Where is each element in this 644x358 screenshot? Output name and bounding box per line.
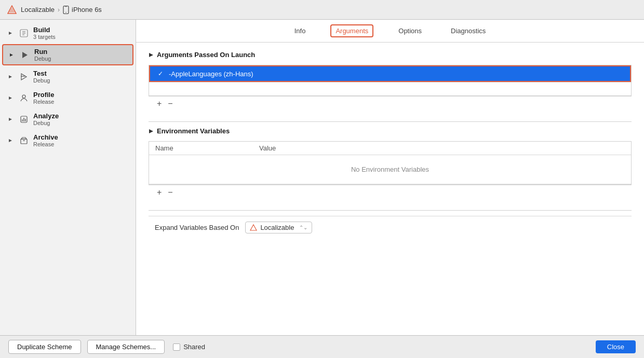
env-disclosure[interactable]: [149, 129, 154, 134]
device-label: iPhone 6s: [72, 6, 102, 13]
arguments-section-title: Arguments Passed On Launch: [157, 51, 255, 59]
sidebar-item-archive-text: Archive Release: [33, 133, 58, 147]
right-panel: Info Arguments Options Diagnostics Argum…: [136, 20, 644, 335]
svg-marker-12: [9, 75, 12, 78]
sidebar-analyze-title: Analyze: [33, 112, 59, 120]
shared-label: Shared: [183, 343, 205, 351]
main-content: Build 3 targets Run Debug: [0, 20, 644, 335]
arguments-remove-button[interactable]: −: [165, 99, 176, 109]
sidebar-run-subtitle: Debug: [34, 56, 51, 62]
breadcrumb-separator: ›: [58, 6, 60, 13]
sidebar-item-test[interactable]: Test Debug: [2, 66, 133, 87]
archive-icon: [19, 135, 29, 146]
panel-content: Arguments Passed On Launch ✓ -AppleLangu…: [136, 43, 644, 335]
bottom-bar: Duplicate Scheme Manage Schemes... Share…: [0, 335, 644, 358]
section-divider-1: [149, 121, 632, 122]
argument-text: -AppleLanguages (zh-Hans): [169, 70, 253, 78]
shared-checkbox-container: Shared: [173, 343, 205, 351]
device-name-container: iPhone 6s: [63, 6, 102, 14]
env-empty-state: No Environment Variables: [149, 155, 631, 184]
svg-marker-10: [10, 53, 13, 57]
breadcrumb: Localizable › iPhone 6s: [21, 6, 102, 14]
arguments-add-remove: + −: [149, 96, 632, 111]
sidebar-item-analyze-text: Analyze Debug: [33, 112, 59, 126]
iphone-icon: [63, 6, 69, 14]
sidebar-item-run-text: Run Debug: [34, 48, 51, 62]
section-divider-2: [149, 210, 632, 211]
env-remove-button[interactable]: −: [165, 187, 176, 198]
env-table-header: Name Value: [149, 142, 631, 155]
manage-schemes-button[interactable]: Manage Schemes...: [87, 340, 165, 354]
env-section: Environment Variables Name Value No Envi…: [149, 127, 632, 200]
sidebar-archive-subtitle: Release: [33, 141, 58, 147]
shared-checkbox[interactable]: [173, 343, 180, 351]
sidebar-item-profile[interactable]: Profile Release: [2, 88, 133, 108]
analyze-icon: [19, 114, 29, 125]
env-section-header: Environment Variables: [149, 127, 632, 135]
expand-variables-label: Expand Variables Based On: [155, 224, 239, 231]
profile-icon: [19, 93, 29, 103]
disclosure-analyze[interactable]: [7, 116, 14, 122]
env-add-remove: + −: [149, 185, 632, 200]
sidebar-build-title: Build: [33, 26, 56, 34]
arguments-section: Arguments Passed On Launch ✓ -AppleLangu…: [149, 51, 632, 111]
sidebar-item-archive[interactable]: Archive Release: [2, 130, 133, 150]
sidebar-test-title: Test: [33, 70, 50, 77]
sidebar-profile-subtitle: Release: [33, 99, 54, 105]
disclosure-archive[interactable]: [7, 137, 14, 144]
svg-marker-13: [21, 74, 26, 80]
sidebar-item-run[interactable]: Run Debug: [2, 44, 133, 65]
build-icon: [19, 28, 29, 38]
disclosure-run[interactable]: [8, 52, 15, 58]
expand-variables-row: Expand Variables Based On Localizable ⌃⌄: [149, 216, 632, 239]
sidebar-item-analyze[interactable]: Analyze Debug: [2, 109, 133, 129]
env-table: Name Value No Environment Variables: [149, 141, 632, 185]
svg-rect-23: [21, 139, 27, 144]
argument-row-selected[interactable]: ✓ -AppleLanguages (zh-Hans): [149, 65, 631, 82]
svg-marker-17: [9, 118, 12, 121]
env-add-button[interactable]: +: [154, 187, 165, 198]
sidebar: Build 3 targets Run Debug: [0, 20, 136, 335]
svg-marker-5: [9, 32, 12, 35]
sidebar-item-build[interactable]: Build 3 targets: [2, 23, 133, 43]
tab-bar: Info Arguments Options Diagnostics: [136, 20, 644, 43]
sidebar-profile-title: Profile: [33, 91, 54, 99]
sidebar-analyze-subtitle: Debug: [33, 120, 59, 126]
arguments-disclosure[interactable]: [149, 52, 154, 58]
tab-info[interactable]: Info: [290, 25, 310, 37]
tab-arguments[interactable]: Arguments: [330, 24, 373, 37]
run-icon: [20, 50, 30, 60]
argument-checkbox[interactable]: ✓: [156, 70, 165, 78]
expand-dropdown-text: Localizable: [260, 224, 294, 231]
env-col-name-label: Name: [155, 144, 259, 152]
close-button[interactable]: Close: [596, 340, 636, 353]
expand-variables-dropdown[interactable]: Localizable ⌃⌄: [245, 222, 312, 233]
env-col-value-label: Value: [259, 144, 276, 152]
tab-diagnostics[interactable]: Diagnostics: [447, 25, 490, 37]
svg-point-16: [22, 95, 25, 98]
svg-marker-15: [9, 97, 12, 100]
sidebar-archive-title: Archive: [33, 133, 58, 141]
svg-marker-27: [250, 225, 257, 230]
svg-marker-26: [149, 129, 153, 133]
env-section-title: Environment Variables: [157, 127, 230, 135]
sidebar-run-title: Run: [34, 48, 51, 56]
disclosure-profile[interactable]: [7, 95, 14, 101]
expand-app-icon: [250, 224, 257, 231]
arguments-add-button[interactable]: +: [154, 99, 165, 109]
duplicate-scheme-button[interactable]: Duplicate Scheme: [8, 340, 81, 354]
expand-dropdown-arrow: ⌃⌄: [299, 225, 307, 230]
argument-empty-row: [149, 82, 631, 95]
tab-options[interactable]: Options: [394, 25, 426, 37]
app-logo: [7, 5, 17, 15]
title-bar: Localizable › iPhone 6s: [0, 0, 644, 20]
test-icon: [19, 72, 29, 82]
arguments-table: ✓ -AppleLanguages (zh-Hans): [149, 65, 632, 96]
sidebar-build-subtitle: 3 targets: [33, 34, 56, 40]
disclosure-build[interactable]: [7, 30, 14, 36]
sidebar-item-profile-text: Profile Release: [33, 91, 54, 105]
sidebar-item-build-text: Build 3 targets: [33, 26, 56, 40]
arguments-section-header: Arguments Passed On Launch: [149, 51, 632, 59]
disclosure-test[interactable]: [7, 74, 14, 80]
svg-marker-22: [9, 139, 12, 142]
